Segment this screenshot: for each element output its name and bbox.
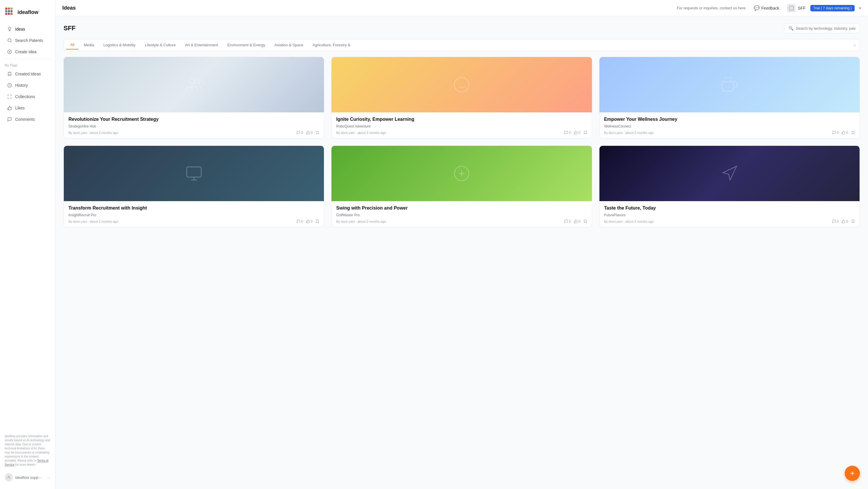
feedback-icon: 💬 bbox=[754, 5, 760, 11]
card-like-button-1[interactable]: 0 bbox=[306, 131, 313, 135]
content-header: SFF 🔍 bbox=[63, 23, 860, 33]
lightbulb-icon bbox=[7, 27, 12, 32]
feedback-button[interactable]: 💬 Feedback bbox=[750, 3, 783, 12]
card-subtitle-6: FutureFlavors bbox=[604, 213, 855, 217]
card-bookmark-button-2[interactable] bbox=[583, 131, 587, 134]
fab-button[interactable] bbox=[845, 466, 860, 481]
card-bookmark-button-3[interactable] bbox=[851, 131, 855, 134]
tab-lifestyle-culture[interactable]: Lifestyle & Culture bbox=[141, 41, 180, 49]
svg-point-9 bbox=[8, 39, 11, 42]
svg-rect-5 bbox=[10, 10, 12, 12]
card-image-1 bbox=[64, 57, 324, 112]
app-name: ideaflow bbox=[18, 9, 38, 15]
card-body-3: Empower Your Wellness Journey WellnessCo… bbox=[599, 112, 860, 138]
card-subtitle-2: RoboQuest Adventure bbox=[336, 124, 587, 128]
card-title-4: Transform Recruitment with Insight bbox=[68, 205, 319, 211]
card-actions-3: 0 0 bbox=[832, 131, 855, 135]
card-comment-button-3[interactable]: 0 bbox=[832, 131, 839, 135]
sidebar-item-create-idea[interactable]: Create Idea bbox=[2, 46, 53, 57]
card-meta-3: By donn.yam · about 2 months ago 0 0 bbox=[604, 131, 855, 135]
idea-card-3[interactable]: Empower Your Wellness Journey WellnessCo… bbox=[599, 57, 860, 138]
sidebar-navigation: Ideas Search Patents Create Idea My Page… bbox=[0, 23, 55, 431]
card-actions-2: 0 0 bbox=[564, 131, 587, 135]
tab-media[interactable]: Media bbox=[80, 41, 98, 49]
card-comment-button-2[interactable]: 0 bbox=[564, 131, 571, 135]
card-body-1: Revolutionize Your Recruitment Strategy … bbox=[64, 112, 324, 138]
card-like-button-5[interactable]: 0 bbox=[574, 220, 581, 224]
likes-icon bbox=[7, 105, 12, 110]
tab-all[interactable]: All bbox=[66, 40, 79, 50]
card-actions-6: 0 0 bbox=[832, 220, 855, 224]
card-title-3: Empower Your Wellness Journey bbox=[604, 117, 855, 123]
svg-rect-4 bbox=[8, 10, 10, 12]
user-menu-chevron-icon[interactable]: ▾ bbox=[859, 6, 861, 10]
sidebar-item-collections[interactable]: Collections bbox=[2, 91, 53, 102]
comments-icon bbox=[7, 117, 12, 122]
svg-point-17 bbox=[189, 78, 194, 84]
card-body-6: Taste the Future, Today FutureFlavors By… bbox=[599, 201, 860, 227]
idea-card-4[interactable]: Transform Recruitment with Insight Insig… bbox=[63, 145, 324, 227]
card-like-button-3[interactable]: 0 bbox=[841, 131, 848, 135]
card-meta-5: By donn.yam · about 2 months ago 0 0 bbox=[336, 220, 587, 224]
sidebar-support[interactable]: ideaflow supp··· ··· bbox=[0, 470, 55, 484]
card-bookmark-button-5[interactable] bbox=[583, 220, 587, 223]
idea-card-2[interactable]: Ignite Curiosity, Empower Learning RoboQ… bbox=[331, 57, 592, 138]
user-label: SFF bbox=[798, 6, 805, 10]
tab-logistics-mobility[interactable]: Logistics & Mobility bbox=[99, 41, 140, 49]
card-author-3: By donn.yam · about 2 months ago bbox=[604, 131, 654, 134]
sidebar-item-created-ideas-label: Created Ideas bbox=[15, 72, 41, 76]
card-subtitle-1: StrategicHire Hub bbox=[68, 124, 319, 128]
card-bookmark-button-6[interactable] bbox=[851, 220, 855, 223]
card-like-button-4[interactable]: 0 bbox=[306, 220, 313, 224]
sidebar-item-ideas[interactable]: Ideas bbox=[2, 24, 53, 35]
card-comment-button-1[interactable]: 0 bbox=[297, 131, 303, 135]
tab-art-entertainment[interactable]: Art & Entertainment bbox=[181, 41, 222, 49]
my-page-section-label: My Page bbox=[0, 60, 55, 68]
sidebar-item-likes-label: Likes bbox=[15, 106, 25, 110]
search-box[interactable]: 🔍 bbox=[784, 23, 860, 33]
card-like-button-2[interactable]: 0 bbox=[574, 131, 581, 135]
sidebar-item-search-patents[interactable]: Search Patents bbox=[2, 35, 53, 46]
card-image-3 bbox=[599, 57, 860, 112]
card-title-5: Swing with Precision and Power bbox=[336, 205, 587, 211]
card-meta-4: By donn.yam · about 2 months ago 0 0 bbox=[68, 220, 319, 224]
tab-agriculture-forestry[interactable]: Agriculture, Forestry & bbox=[308, 41, 354, 49]
card-image-4 bbox=[64, 146, 324, 201]
sidebar-footer: ideaflow provides information and result… bbox=[0, 431, 55, 470]
sidebar-item-created-ideas[interactable]: Created Ideas bbox=[2, 68, 53, 79]
card-title-6: Taste the Future, Today bbox=[604, 205, 855, 211]
cards-grid: Revolutionize Your Recruitment Strategy … bbox=[63, 57, 860, 227]
history-icon bbox=[7, 83, 12, 88]
card-author-4: By donn.yam · about 2 months ago bbox=[68, 220, 118, 223]
sidebar-item-history[interactable]: History bbox=[2, 80, 53, 91]
main-content: Ideas For requests or inquiries, contact… bbox=[55, 0, 868, 489]
svg-rect-2 bbox=[10, 7, 12, 10]
card-bookmark-button-4[interactable] bbox=[315, 220, 319, 223]
tabs-next-chevron[interactable]: › bbox=[852, 41, 857, 49]
card-meta-1: By donn.yam · about 2 months ago 0 0 bbox=[68, 131, 319, 135]
card-comment-button-4[interactable]: 0 bbox=[297, 220, 303, 224]
idea-card-6[interactable]: Taste the Future, Today FutureFlavors By… bbox=[599, 145, 860, 227]
sidebar-item-comments-label: Comments bbox=[15, 117, 35, 122]
svg-point-18 bbox=[455, 77, 469, 92]
card-author-5: By donn.yam · about 2 months ago bbox=[336, 220, 386, 223]
collections-icon bbox=[7, 94, 12, 99]
tab-aviation-space[interactable]: Aviation & Space bbox=[270, 41, 307, 49]
user-menu[interactable]: SFF bbox=[787, 4, 805, 12]
idea-card-1[interactable]: Revolutionize Your Recruitment Strategy … bbox=[63, 57, 324, 138]
tab-environment-energy[interactable]: Environment & Energy bbox=[223, 41, 269, 49]
topbar: Ideas For requests or inquiries, contact… bbox=[55, 0, 868, 16]
idea-card-5[interactable]: Swing with Precision and Power GolfMaste… bbox=[331, 145, 592, 227]
card-comment-button-5[interactable]: 0 bbox=[564, 220, 571, 224]
search-input[interactable] bbox=[796, 26, 856, 31]
sidebar-item-history-label: History bbox=[15, 83, 28, 88]
card-like-button-6[interactable]: 0 bbox=[841, 220, 848, 224]
card-bookmark-button-1[interactable] bbox=[315, 131, 319, 134]
card-image-5 bbox=[332, 146, 592, 201]
card-body-2: Ignite Curiosity, Empower Learning RoboQ… bbox=[332, 112, 592, 138]
sidebar-item-likes[interactable]: Likes bbox=[2, 102, 53, 113]
card-comment-button-6[interactable]: 0 bbox=[832, 220, 839, 224]
svg-rect-7 bbox=[8, 13, 10, 15]
svg-rect-1 bbox=[8, 7, 10, 10]
sidebar-item-comments[interactable]: Comments bbox=[2, 114, 53, 125]
